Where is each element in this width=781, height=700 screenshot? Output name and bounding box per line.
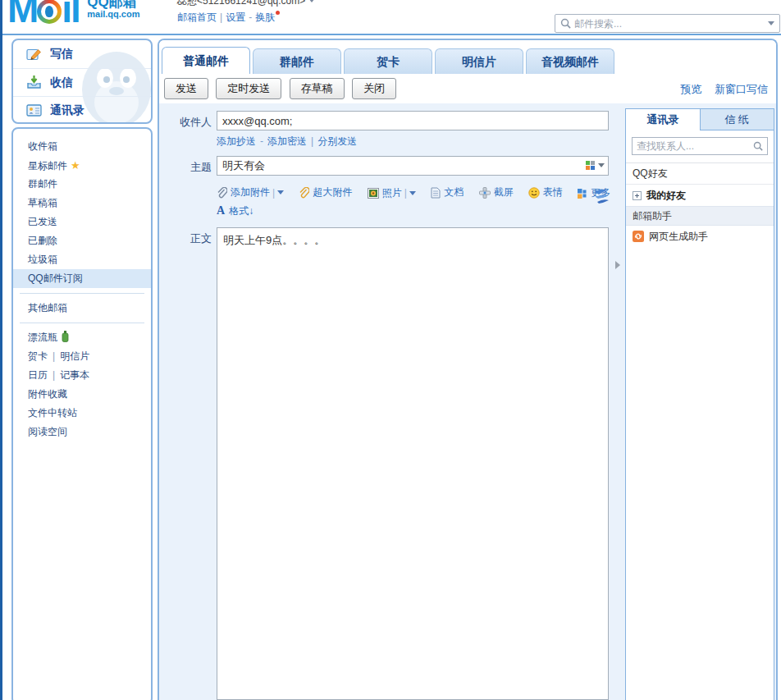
scheduled-send-button[interactable]: 定时发送: [216, 78, 281, 99]
compose-pencil-icon: [26, 47, 42, 62]
folder-sent[interactable]: 已发送: [13, 213, 151, 231]
folder-spam[interactable]: 垃圾箱: [13, 250, 151, 269]
folder-starred[interactable]: 星标邮件★: [13, 156, 151, 175]
tool-reading-space[interactable]: 阅读空间: [13, 423, 151, 442]
logo-ring-icon: [37, 0, 62, 24]
tool-calendar-link[interactable]: 日历: [28, 369, 48, 381]
tool-notebook-link[interactable]: 记事本: [60, 369, 89, 381]
account-line[interactable]: 惢憅<5121661241@qq.com>: [177, 0, 315, 6]
mail-search-box[interactable]: [555, 14, 780, 33]
window-left-border: [0, 0, 2, 700]
subject-label: 主题: [162, 160, 212, 175]
sidebar-item-compose[interactable]: 写信: [13, 40, 151, 68]
folder-deleted[interactable]: 已删除: [13, 231, 151, 250]
photo-button[interactable]: 照片 |: [368, 186, 416, 200]
subject-field-wrap: [217, 156, 609, 176]
contact-search-icon[interactable]: [753, 141, 763, 151]
folder-other-mailbox[interactable]: 其他邮箱: [13, 299, 151, 318]
logo-subtitle: QQ邮箱 mail.qq.com: [87, 0, 139, 20]
nav-mail-home-link[interactable]: 邮箱首页: [177, 11, 217, 23]
send-button[interactable]: 发送: [164, 78, 208, 99]
tab-group-mail[interactable]: 群邮件: [253, 48, 341, 74]
mail-search-input[interactable]: [574, 18, 765, 30]
account-dropdown-icon[interactable]: [308, 0, 315, 2]
paperclip-large-icon: [299, 187, 309, 199]
to-label: 收件人: [162, 115, 212, 130]
folder-drafts[interactable]: 草稿箱: [13, 194, 151, 213]
contact-search-input[interactable]: [637, 140, 753, 152]
contact-search-box[interactable]: [632, 137, 768, 155]
preview-link[interactable]: 预览: [680, 83, 701, 95]
body-label: 正文: [162, 231, 212, 246]
tab-greeting-card[interactable]: 贺卡: [344, 48, 432, 74]
qqmail-logo[interactable]: Mil QQ邮箱 mail.qq.com: [7, 0, 139, 31]
sidebar-folders-box: 收件箱 星标邮件★ 群邮件 草稿箱 已发送 已删除 垃圾箱 QQ邮件订阅 其他邮…: [11, 127, 153, 700]
contact-search-area: [626, 130, 774, 163]
group-mail-assistant[interactable]: 邮箱助手: [626, 206, 774, 226]
to-input[interactable]: [217, 111, 609, 130]
tab-stationery[interactable]: 信 纸: [701, 109, 774, 130]
new-window-compose-link[interactable]: 新窗口写信: [715, 83, 768, 95]
attachment-dropdown-icon[interactable]: [277, 190, 284, 194]
document-button[interactable]: 文档: [431, 185, 464, 199]
nav-skin-link[interactable]: 换肤: [255, 11, 275, 23]
cc-bcc-links: 添加抄送-添加密送|分别发送: [217, 135, 357, 149]
search-scope-dropdown-icon[interactable]: [768, 21, 774, 25]
expand-plus-icon[interactable]: [633, 191, 642, 200]
close-button[interactable]: 关闭: [352, 78, 396, 99]
group-qq-friends[interactable]: QQ好友: [626, 163, 774, 185]
photo-dropdown-icon[interactable]: [409, 191, 416, 195]
emoticon-button[interactable]: 表情: [528, 185, 563, 199]
tool-greeting-card-link[interactable]: 贺卡: [28, 350, 48, 362]
nav-settings-link[interactable]: 设置: [226, 11, 245, 23]
sidebar-item-contacts[interactable]: 通讯录: [13, 96, 151, 124]
account-block: 惢憅<5121661241@qq.com> 邮箱首页|设置-换肤: [177, 0, 315, 25]
send-separately-link[interactable]: 分别发送: [317, 135, 357, 147]
penguin-icon: [45, 6, 53, 17]
subject-input[interactable]: [217, 156, 609, 176]
sidebar-item-inbox-check[interactable]: 收信: [13, 68, 151, 96]
mail-type-tabs: 普通邮件群邮件贺卡明信片音视频邮件: [159, 40, 776, 74]
nav-dash: -: [249, 11, 252, 23]
folder-divider: [20, 293, 144, 294]
panel-collapse-arrow-icon[interactable]: [615, 261, 620, 269]
tool-attachment-collection[interactable]: 附件收藏: [13, 385, 151, 404]
chevron-down-icon: [598, 163, 605, 167]
tab-normal-mail[interactable]: 普通邮件: [162, 47, 250, 74]
screenshot-button[interactable]: 截屏: [479, 185, 514, 199]
qq-mail-compose-page: Mil QQ邮箱 mail.qq.com 惢憅<5121661241@qq.co…: [0, 0, 781, 700]
tab-contacts[interactable]: 通讯录: [626, 109, 701, 130]
tool-drift-bottle[interactable]: 漂流瓶: [13, 328, 151, 347]
tool-greeting-postcard: 贺卡|明信片: [13, 347, 151, 366]
tool-file-transfer[interactable]: 文件中转站: [13, 404, 151, 423]
format-toggle[interactable]: A格式↓: [217, 204, 253, 218]
receive-label: 收信: [50, 75, 73, 90]
web-page-assistant-item[interactable]: 网页生成助手: [626, 226, 774, 247]
new-badge-dot: [276, 11, 280, 15]
document-icon: [431, 187, 441, 199]
main-compose-box: 普通邮件群邮件贺卡明信片音视频邮件 发送 定时发送 存草稿 关闭 预览 新窗口写…: [158, 39, 778, 700]
large-attachment-button[interactable]: 超大附件: [299, 185, 352, 199]
add-cc-link[interactable]: 添加抄送: [217, 135, 256, 147]
header: Mil QQ邮箱 mail.qq.com 惢憅<5121661241@qq.co…: [2, 0, 781, 34]
save-draft-button[interactable]: 存草稿: [290, 78, 345, 99]
bottle-icon: [62, 331, 69, 342]
add-attachment-button[interactable]: 添加附件 |: [217, 185, 284, 199]
folder-qq-subscriptions[interactable]: QQ邮件订阅: [13, 269, 151, 288]
nav-separator: |: [220, 11, 222, 23]
folder-group-mail[interactable]: 群邮件: [13, 175, 151, 194]
tab-postcard[interactable]: 明信片: [435, 48, 523, 74]
body-textarea[interactable]: 明天上午9点。。。。: [217, 227, 609, 700]
search-icon: [560, 18, 571, 29]
pinwheel-decoration-icon: [592, 187, 610, 207]
my-friends-item[interactable]: 我的好友: [626, 185, 774, 206]
tab-av-mail[interactable]: 音视频邮件: [526, 48, 614, 74]
tool-postcard-link[interactable]: 明信片: [60, 350, 89, 362]
compose-label: 写信: [50, 47, 73, 62]
photo-icon: [368, 188, 379, 199]
add-bcc-link[interactable]: 添加密送: [267, 135, 307, 147]
compose-form-area: 收件人 添加抄送-添加密送|分别发送 主题 添加附件: [159, 103, 776, 700]
subject-template-dropdown[interactable]: [586, 161, 605, 170]
folder-inbox[interactable]: 收件箱: [13, 137, 151, 156]
tool-calendar-notes: 日历|记事本: [13, 366, 151, 385]
